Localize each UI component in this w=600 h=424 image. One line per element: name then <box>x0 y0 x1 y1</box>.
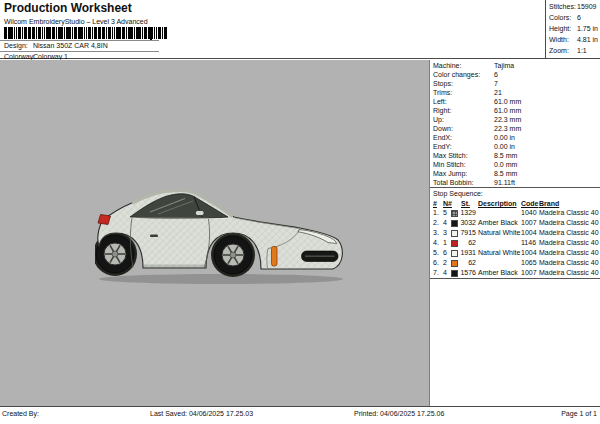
side-marker-light <box>272 247 278 267</box>
machine-info-value: Tajima <box>494 61 514 70</box>
stop-row-number: 1. <box>433 208 439 218</box>
machine-info-value: 61.0 mm <box>494 106 521 115</box>
machine-info-label: Down: <box>433 124 494 133</box>
ground-shadow <box>99 274 343 284</box>
application-name: Wilcom EmbroideryStudio – Level 3 Advanc… <box>4 18 148 25</box>
machine-info-row: Min Stitch:0.0 mm <box>433 160 600 169</box>
front-wheel <box>214 236 252 274</box>
machine-info-value: 8.5 mm <box>494 169 517 178</box>
production-worksheet-page: Production Worksheet Wilcom EmbroiderySt… <box>0 0 600 424</box>
stop-sequence-row: 6.2621065Madeira Classic 40 <box>430 258 600 268</box>
machine-info-value: 21 <box>494 88 502 97</box>
stop-row-brand: Madeira Classic 40 <box>539 228 599 238</box>
machine-info-value: 0.00 in <box>494 133 515 142</box>
stop-row-code: 1004 <box>521 248 537 258</box>
stop-row-brand: Madeira Classic 40 <box>539 248 599 258</box>
summary-label: Height: <box>549 24 577 35</box>
stop-row-needle: 4 <box>443 218 447 228</box>
stop-sequence-rows: 1.513291040Madeira Classic 402.43032Ambe… <box>430 208 600 279</box>
design-label: Design: <box>0 41 33 51</box>
stop-row-stitches: 1931 <box>458 248 476 258</box>
machine-info-row: Stops:7 <box>433 79 600 88</box>
machine-info-label: Min Stitch: <box>433 160 494 169</box>
machine-info-row: Down:22.3 mm <box>433 124 600 133</box>
stop-row-description: Natural White <box>478 248 520 258</box>
stop-row-number: 4. <box>433 238 439 248</box>
machine-info-row: Color changes:6 <box>433 70 600 79</box>
design-preview-canvas <box>0 60 430 406</box>
summary-value: 1.75 in <box>577 24 598 35</box>
machine-info-row: Trims:21 <box>433 88 600 97</box>
stop-sequence-row: 7.41576Amber Black1007Madeira Classic 40 <box>430 268 600 278</box>
machine-info-panel: Machine:TajimaColor changes:6Stops:7Trim… <box>430 60 600 406</box>
design-name: Nissan 350Z CAR 4,8IN <box>33 41 108 51</box>
machine-info-row: Up:22.3 mm <box>433 115 600 124</box>
stop-row-description: Natural White <box>478 228 520 238</box>
machine-info-label: Total Bobbin: <box>433 178 494 187</box>
stop-row-needle: 5 <box>443 208 447 218</box>
col-brand: Brand <box>539 199 559 208</box>
last-saved: Last Saved: 04/06/2025 17.25.03 <box>150 410 253 417</box>
stop-row-description: Amber Black <box>478 268 518 278</box>
stop-row-needle: 4 <box>443 268 447 278</box>
col-description: Description <box>478 199 517 208</box>
stop-sequence-row: 5.61931Natural White1004Madeira Classic … <box>430 248 600 258</box>
stop-sequence-row: 3.37915Natural White1004Madeira Classic … <box>430 228 600 238</box>
machine-info-value: 22.3 mm <box>494 124 521 133</box>
door-handle <box>150 235 158 238</box>
machine-info-value: 7 <box>494 79 498 88</box>
created-by: Created By: <box>2 410 39 417</box>
machine-info-label: Max Jump: <box>433 169 494 178</box>
machine-info-row: Max Jump:8.5 mm <box>433 169 600 178</box>
thread-color-swatch <box>451 220 458 227</box>
thread-color-swatch <box>451 210 458 217</box>
stop-sequence-header: # N# St. Description Code Brand <box>430 199 600 208</box>
design-row: Design: Nissan 350Z CAR 4,8IN <box>0 40 159 51</box>
worksheet-footer: Created By: Last Saved: 04/06/2025 17.25… <box>0 406 600 424</box>
rear-wheel <box>96 235 134 273</box>
machine-info-row: Left:61.0 mm <box>433 97 600 106</box>
summary-row: Zoom:1:1 <box>546 46 600 57</box>
page-number: Page 1 of 1 <box>561 410 597 417</box>
worksheet-header: Production Worksheet Wilcom EmbroiderySt… <box>0 0 600 59</box>
design-meta: Design: Nissan 350Z CAR 4,8IN Colorway: … <box>0 40 159 61</box>
stop-row-number: 2. <box>433 218 439 228</box>
stop-row-brand: Madeira Classic 40 <box>539 268 599 278</box>
stop-sequence-title: Stop Sequence: <box>433 190 483 198</box>
machine-info-value: 91.11ft <box>494 178 515 187</box>
machine-info-row: Max Stitch:8.5 mm <box>433 151 600 160</box>
machine-info-row: Total Bobbin:91.11ft <box>433 178 600 187</box>
col-code: Code <box>521 199 539 208</box>
stop-row-brand: Madeira Classic 40 <box>539 258 599 268</box>
summary-row: Width:4.81 in <box>546 35 600 46</box>
summary-value: 4.81 in <box>577 35 598 46</box>
machine-info-label: Up: <box>433 115 494 124</box>
printed-date: Printed: 04/06/2025 17.25.06 <box>354 410 444 417</box>
col-needle: N# <box>443 199 452 208</box>
machine-info-label: Left: <box>433 97 494 106</box>
stop-row-needle: 3 <box>443 228 447 238</box>
stop-row-brand: Madeira Classic 40 <box>539 218 599 228</box>
tail-light <box>98 215 111 225</box>
machine-info-label: Right: <box>433 106 494 115</box>
summary-row: Stitches:15909 <box>546 2 600 13</box>
stop-row-description: Amber Black <box>478 218 518 228</box>
col-stitches: St. <box>461 199 470 208</box>
thread-color-swatch <box>451 260 458 267</box>
machine-info-label: Machine: <box>433 61 494 70</box>
thread-color-swatch <box>451 230 458 237</box>
stop-row-number: 6. <box>433 258 439 268</box>
machine-info-value: 61.0 mm <box>494 97 521 106</box>
thread-color-swatch <box>451 240 458 247</box>
machine-info-row: EndX:0.00 in <box>433 133 600 142</box>
belt-line <box>130 218 228 219</box>
summary-value: 15909 <box>577 2 596 13</box>
thread-color-swatch <box>451 250 458 257</box>
stop-row-code: 1065 <box>521 258 537 268</box>
stop-row-stitches: 62 <box>458 238 476 248</box>
stop-row-code: 1007 <box>521 218 537 228</box>
machine-info-value: 0.00 in <box>494 142 515 151</box>
summary-value: 1:1 <box>577 46 587 57</box>
stop-row-needle: 6 <box>443 248 447 258</box>
machine-info-value: 0.0 mm <box>494 160 517 169</box>
